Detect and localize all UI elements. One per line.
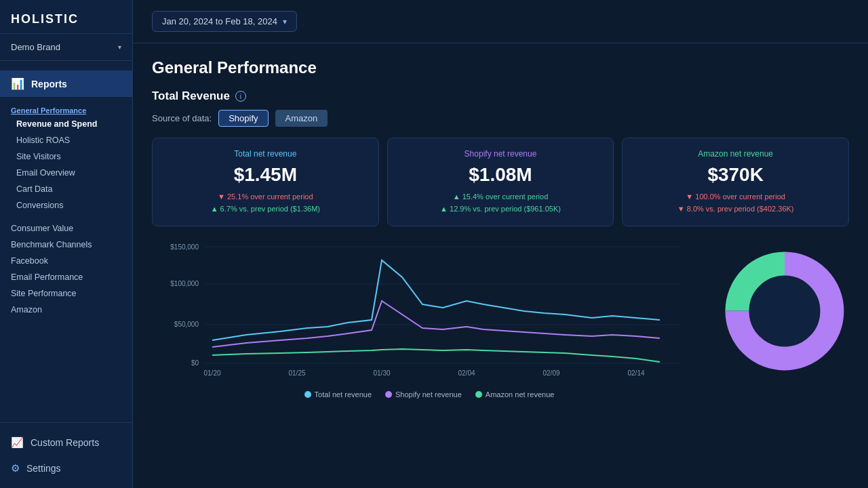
line-chart-container: $150,000 $100,000 $50,000 $0 01/20 01/25… (152, 240, 707, 399)
metric-shopify-value: $1.08M (399, 164, 603, 186)
legend-amazon: Amazon net revenue (475, 390, 555, 399)
svg-text:01/25: 01/25 (288, 369, 305, 377)
sidebar: HOLISTIC Demo Brand ▾ 📊 Reports General … (0, 0, 133, 488)
metric-total-title: Total net revenue (163, 149, 368, 159)
logo-area: HOLISTIC (0, 0, 132, 34)
line-chart: $150,000 $100,000 $50,000 $0 01/20 01/25… (152, 240, 707, 382)
section-title: Total Revenue (152, 89, 230, 103)
chart-legend: Total net revenue Shopify net revenue Am… (152, 390, 707, 399)
metric-shopify-changes: ▲ 15.4% over current period ▲ 12.9% vs. … (399, 191, 603, 215)
reports-label: Reports (31, 79, 67, 89)
other-nav-items: Consumer Value Benchmark Channels Facebo… (0, 216, 132, 322)
metric-amazon-change2: ▼ 8.0% vs. prev period ($402.36K) (633, 203, 837, 216)
page-title: General Performance (152, 58, 849, 77)
gear-icon: ⚙ (11, 462, 20, 474)
custom-reports-label: Custom Reports (31, 437, 99, 448)
section-title-row: Total Revenue i (152, 89, 849, 103)
svg-text:01/30: 01/30 (373, 369, 390, 377)
metric-cards: Total net revenue $1.45M ▼ 25.1% over cu… (152, 138, 849, 226)
svg-text:02/09: 02/09 (542, 369, 559, 377)
svg-text:02/14: 02/14 (627, 369, 644, 377)
chart-area: $150,000 $100,000 $50,000 $0 01/20 01/25… (152, 240, 849, 399)
legend-total-dot (304, 391, 311, 398)
info-icon[interactable]: i (235, 91, 246, 102)
metric-total-change2: ▲ 6.7% vs. prev period ($1.36M) (163, 203, 368, 216)
legend-amazon-dot (475, 391, 482, 398)
metric-shopify-change2: ▲ 12.9% vs. prev period ($961.05K) (399, 203, 603, 216)
metric-card-shopify: Shopify net revenue $1.08M ▲ 15.4% over … (387, 138, 614, 226)
settings-nav-item[interactable]: ⚙ Settings (0, 455, 132, 481)
legend-shopify-dot (385, 391, 392, 398)
general-performance-group: General Performance Revenue and Spend Ho… (0, 100, 132, 216)
brand-selector[interactable]: Demo Brand ▾ (0, 34, 132, 61)
total-revenue-line (212, 260, 660, 340)
chevron-down-icon: ▾ (118, 43, 121, 51)
date-range-picker[interactable]: Jan 20, 2024 to Feb 18, 2024 ▾ (152, 11, 297, 32)
metric-shopify-change1: ▲ 15.4% over current period (399, 191, 603, 203)
top-bar: Jan 20, 2024 to Feb 18, 2024 ▾ (133, 0, 868, 43)
metric-total-change1: ▼ 25.1% over current period (163, 191, 368, 203)
metric-card-total: Total net revenue $1.45M ▼ 25.1% over cu… (152, 138, 379, 226)
settings-label: Settings (26, 463, 61, 474)
nav-reports-section: 📊 Reports General Performance Revenue an… (0, 61, 132, 329)
main-content: Jan 20, 2024 to Feb 18, 2024 ▾ General P… (133, 0, 868, 488)
svg-text:$50,000: $50,000 (174, 321, 199, 328)
sidebar-item-holistic-roas[interactable]: Holistic ROAS (0, 132, 132, 148)
legend-total: Total net revenue (304, 390, 372, 399)
custom-reports-nav-item[interactable]: 📈 Custom Reports (0, 430, 132, 455)
sidebar-item-conversions[interactable]: Conversions (0, 197, 132, 214)
custom-reports-icon: 📈 (11, 436, 24, 449)
donut-chart (720, 247, 849, 375)
source-label: Source of data: (152, 113, 212, 123)
metric-amazon-change1: ▼ 100.0% over current period (633, 191, 837, 203)
metric-shopify-title: Shopify net revenue (399, 149, 603, 159)
svg-text:$0: $0 (191, 359, 199, 367)
general-performance-group-title[interactable]: General Performance (0, 102, 132, 116)
svg-text:01/20: 01/20 (203, 369, 220, 377)
sidebar-item-email-performance[interactable]: Email Performance (0, 269, 132, 285)
metric-total-value: $1.45M (163, 164, 368, 186)
svg-text:$150,000: $150,000 (170, 243, 199, 251)
metric-amazon-changes: ▼ 100.0% over current period ▼ 8.0% vs. … (633, 191, 837, 215)
donut-chart-container (720, 240, 849, 375)
sidebar-item-benchmark-channels[interactable]: Benchmark Channels (0, 237, 132, 253)
source-amazon-button[interactable]: Amazon (275, 110, 328, 127)
date-range-text: Jan 20, 2024 to Feb 18, 2024 (162, 16, 277, 26)
source-shopify-button[interactable]: Shopify (218, 110, 268, 127)
sidebar-item-consumer-value[interactable]: Consumer Value (0, 220, 132, 237)
metric-card-amazon: Amazon net revenue $370K ▼ 100.0% over c… (622, 138, 849, 226)
svg-text:02/04: 02/04 (458, 369, 475, 377)
sidebar-item-site-visitors[interactable]: Site Visitors (0, 148, 132, 165)
sidebar-item-amazon[interactable]: Amazon (0, 302, 132, 318)
sidebar-item-email-overview[interactable]: Email Overview (0, 165, 132, 181)
chevron-down-icon: ▾ (283, 17, 287, 26)
metric-amazon-title: Amazon net revenue (633, 149, 837, 159)
svg-text:$100,000: $100,000 (170, 280, 199, 287)
app-logo: HOLISTIC (11, 12, 121, 26)
page-content: General Performance Total Revenue i Sour… (133, 43, 868, 488)
sidebar-item-revenue-and-spend[interactable]: Revenue and Spend (0, 116, 132, 132)
legend-total-label: Total net revenue (315, 390, 372, 399)
brand-name: Demo Brand (11, 42, 60, 52)
legend-shopify: Shopify net revenue (385, 390, 462, 399)
sidebar-item-cart-data[interactable]: Cart Data (0, 181, 132, 197)
source-row: Source of data: Shopify Amazon (152, 110, 849, 127)
svg-point-16 (749, 276, 820, 346)
sidebar-item-facebook[interactable]: Facebook (0, 253, 132, 269)
bar-chart-icon: 📊 (11, 77, 24, 90)
metric-amazon-value: $370K (633, 164, 837, 186)
sidebar-item-site-performance[interactable]: Site Performance (0, 285, 132, 302)
shopify-revenue-line (212, 301, 660, 347)
nav-bottom: 📈 Custom Reports ⚙ Settings (0, 422, 132, 488)
legend-shopify-label: Shopify net revenue (395, 390, 462, 399)
reports-nav-item[interactable]: 📊 Reports (0, 70, 132, 97)
metric-total-changes: ▼ 25.1% over current period ▲ 6.7% vs. p… (163, 191, 368, 215)
legend-amazon-label: Amazon net revenue (486, 390, 555, 399)
amazon-revenue-line (212, 349, 660, 362)
